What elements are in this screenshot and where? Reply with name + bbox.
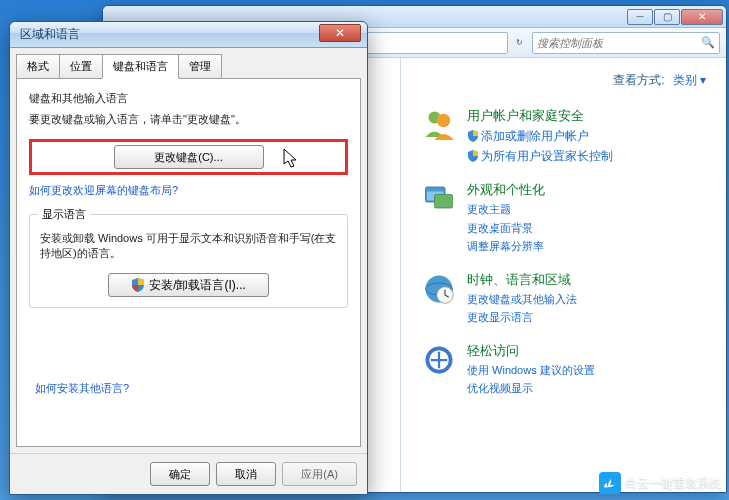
watermark-text: 白云一键重装系统 bbox=[625, 475, 721, 492]
category-link[interactable]: 更改键盘或其他输入法 bbox=[467, 291, 706, 308]
tab-keyboard-language[interactable]: 键盘和语言 bbox=[102, 54, 179, 79]
view-mode-link[interactable]: 类别 ▾ bbox=[673, 72, 706, 89]
dialog-close-button[interactable]: ✕ bbox=[319, 24, 361, 42]
tab-location[interactable]: 位置 bbox=[59, 54, 103, 79]
dialog-title: 区域和语言 bbox=[16, 26, 319, 43]
svg-rect-4 bbox=[435, 195, 453, 209]
appearance-icon bbox=[421, 181, 457, 217]
display-language-heading: 显示语言 bbox=[38, 207, 90, 222]
search-icon: 🔍 bbox=[701, 36, 715, 49]
install-language-button[interactable]: 安装/卸载语言(I)... bbox=[108, 273, 269, 297]
shield-icon bbox=[131, 278, 145, 292]
view-mode-row: 查看方式: 类别 ▾ bbox=[421, 72, 706, 89]
welcome-layout-link[interactable]: 如何更改欢迎屏幕的键盘布局? bbox=[29, 184, 178, 196]
svg-point-1 bbox=[437, 114, 451, 128]
cancel-button[interactable]: 取消 bbox=[216, 462, 276, 486]
region-language-dialog: 区域和语言 ✕ 格式 位置 键盘和语言 管理 键盘和其他输入语言 要更改键盘或输… bbox=[9, 21, 368, 495]
search-box[interactable]: 🔍 bbox=[532, 32, 720, 54]
display-language-group: 显示语言 安装或卸载 Windows 可用于显示文本和识别语音和手写(在支持地区… bbox=[29, 214, 348, 308]
highlight-box: 更改键盘(C)... bbox=[29, 139, 348, 175]
category-link[interactable]: 为所有用户设置家长控制 bbox=[467, 147, 706, 165]
keyboard-section-desc: 要更改键盘或输入语言，请单击"更改键盘"。 bbox=[29, 112, 348, 127]
install-other-languages-link[interactable]: 如何安装其他语言? bbox=[35, 382, 129, 394]
category-link[interactable]: 调整屏幕分辨率 bbox=[467, 238, 706, 255]
close-button[interactable]: ✕ bbox=[681, 9, 723, 25]
watermark: 白云一键重装系统 bbox=[599, 472, 721, 494]
category-link[interactable]: 使用 Windows 建议的设置 bbox=[467, 362, 706, 379]
category-title[interactable]: 用户帐户和家庭安全 bbox=[467, 107, 706, 125]
category-title[interactable]: 轻松访问 bbox=[467, 342, 706, 360]
search-input[interactable] bbox=[537, 37, 697, 49]
category-ease-of-access: 轻松访问 使用 Windows 建议的设置 优化视频显示 bbox=[421, 342, 706, 397]
minimize-button[interactable]: ─ bbox=[627, 9, 653, 25]
shield-icon bbox=[467, 150, 479, 162]
apply-button[interactable]: 应用(A) bbox=[282, 462, 357, 486]
category-clock-region: 时钟、语言和区域 更改键盘或其他输入法 更改显示语言 bbox=[421, 271, 706, 326]
category-link[interactable]: 更改桌面背景 bbox=[467, 220, 706, 237]
category-link[interactable]: 优化视频显示 bbox=[467, 380, 706, 397]
refresh-icon[interactable]: ↻ bbox=[516, 38, 528, 47]
tab-panel: 键盘和其他输入语言 要更改键盘或输入语言，请单击"更改键盘"。 更改键盘(C).… bbox=[16, 78, 361, 447]
category-appearance: 外观和个性化 更改主题 更改桌面背景 调整屏幕分辨率 bbox=[421, 181, 706, 255]
keyboard-section-heading: 键盘和其他输入语言 bbox=[29, 91, 348, 106]
dialog-titlebar[interactable]: 区域和语言 ✕ bbox=[10, 22, 367, 48]
category-title[interactable]: 外观和个性化 bbox=[467, 181, 706, 199]
ok-button[interactable]: 确定 bbox=[150, 462, 210, 486]
category-user-accounts: 用户帐户和家庭安全 添加或删除用户帐户 为所有用户设置家长控制 bbox=[421, 107, 706, 165]
maximize-button[interactable]: ▢ bbox=[654, 9, 680, 25]
category-link[interactable]: 更改主题 bbox=[467, 201, 706, 218]
tab-strip: 格式 位置 键盘和语言 管理 bbox=[10, 48, 367, 79]
tab-format[interactable]: 格式 bbox=[16, 54, 60, 79]
dialog-button-row: 确定 取消 应用(A) bbox=[10, 453, 367, 494]
ease-of-access-icon bbox=[421, 342, 457, 378]
right-pane: 查看方式: 类别 ▾ 用户帐户和家庭安全 添加或删除用户帐户 为所有用户设置家长… bbox=[401, 58, 726, 492]
category-title[interactable]: 时钟、语言和区域 bbox=[467, 271, 706, 289]
clock-region-icon bbox=[421, 271, 457, 307]
view-label: 查看方式: bbox=[613, 72, 664, 89]
display-language-desc: 安装或卸载 Windows 可用于显示文本和识别语音和手写(在支持地区)的语言。 bbox=[40, 231, 337, 261]
change-keyboard-button[interactable]: 更改键盘(C)... bbox=[114, 145, 264, 169]
category-link[interactable]: 更改显示语言 bbox=[467, 309, 706, 326]
tab-admin[interactable]: 管理 bbox=[178, 54, 222, 79]
category-link[interactable]: 添加或删除用户帐户 bbox=[467, 127, 706, 145]
shield-icon bbox=[467, 130, 479, 142]
watermark-icon bbox=[599, 472, 621, 494]
user-accounts-icon bbox=[421, 107, 457, 143]
